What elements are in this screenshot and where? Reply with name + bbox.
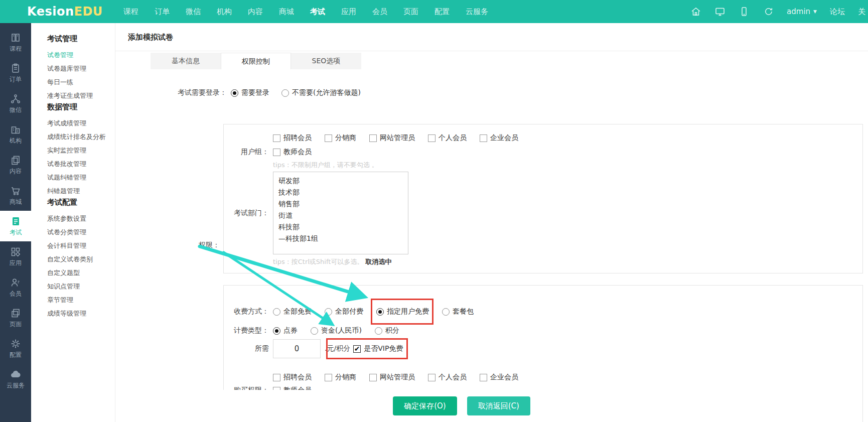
rail-item-config[interactable]: 配置 [0, 333, 31, 364]
rail-item-org[interactable]: 机构 [0, 119, 31, 150]
radio-login-required[interactable]: 需要登录 [231, 88, 269, 97]
topnav-cloud[interactable]: 云服务 [458, 0, 496, 23]
checkbox-icon[interactable] [273, 149, 280, 156]
topnav-content[interactable]: 内容 [240, 0, 271, 23]
checkbox-icon[interactable] [369, 134, 377, 142]
home-icon[interactable] [690, 6, 701, 17]
checkbox-site-admin[interactable]: 网站管理员 [369, 373, 415, 382]
sidebar-item-chapter-mgmt[interactable]: 章节管理 [47, 293, 115, 307]
rail-item-members[interactable]: 会员 [0, 272, 31, 303]
sidebar-item-score-stats[interactable]: 成绩统计排名及分析 [47, 130, 115, 144]
sidebar-item-daily-practice[interactable]: 每日一练 [47, 75, 115, 89]
radio-icon[interactable] [273, 327, 280, 335]
radio-login-not-required[interactable]: 不需要(允许游客做题) [281, 88, 361, 97]
checkbox-enterprise-member[interactable]: 企业会员 [480, 373, 518, 382]
checkbox-site-admin[interactable]: 网站管理员 [369, 133, 415, 143]
rail-item-wechat[interactable]: 微信 [0, 88, 31, 119]
radio-cash-rmb[interactable]: 资金(人民币) [311, 326, 362, 335]
topnav-pages[interactable]: 页面 [395, 0, 426, 23]
radio-points[interactable]: 积分 [375, 326, 399, 335]
checkbox-icon[interactable] [325, 134, 332, 142]
sidebar-item-paper-grading[interactable]: 试卷批改管理 [47, 157, 115, 171]
checkbox-icon[interactable] [353, 345, 361, 353]
select-option[interactable]: 研发部 [278, 175, 403, 187]
select-option[interactable]: —科技部1组 [278, 233, 403, 244]
tab-seo-options[interactable]: SEO选项 [291, 53, 361, 69]
topnav-courses[interactable]: 课程 [115, 0, 147, 23]
monitor-icon[interactable] [714, 6, 726, 17]
checkbox-icon[interactable] [325, 374, 332, 381]
radio-icon[interactable] [281, 89, 289, 97]
sidebar-item-grade-level-mgmt[interactable]: 成绩等级管理 [47, 307, 115, 320]
radio-icon[interactable] [325, 308, 332, 316]
checkbox-icon[interactable] [480, 134, 487, 142]
checkbox-enterprise-member[interactable]: 企业会员 [480, 133, 518, 143]
deselect-link[interactable]: 取消选中 [365, 258, 391, 265]
rail-item-mall[interactable]: 商城 [0, 180, 31, 211]
checkbox-recruit-member[interactable]: 招聘会员 [273, 373, 312, 382]
forum-link[interactable]: 论坛 [830, 7, 845, 17]
checkbox-personal-member[interactable]: 个人会员 [428, 133, 467, 143]
vip-free-option[interactable]: 是否VIP免费 [353, 344, 403, 353]
topnav-mall[interactable]: 商城 [271, 0, 302, 23]
sidebar-item-accounting-subject[interactable]: 会计科目管理 [47, 239, 115, 252]
sidebar-item-corrected-questions[interactable]: 纠错题管理 [47, 184, 115, 198]
topnav-orders[interactable]: 订单 [147, 0, 178, 23]
clipped-right-link[interactable]: 关 [858, 7, 868, 17]
rail-item-pages[interactable]: 页面 [0, 303, 31, 333]
topnav-apps[interactable]: 应用 [333, 0, 364, 23]
tab-permission-control[interactable]: 权限控制 [221, 53, 291, 69]
checkbox-personal-member[interactable]: 个人会员 [428, 373, 467, 382]
rail-item-cloud[interactable]: 云服务 [0, 364, 31, 394]
select-option[interactable]: 技术部 [278, 187, 403, 198]
checkbox-icon[interactable] [369, 374, 377, 381]
checkbox-distributor[interactable]: 分销商 [325, 373, 356, 382]
rail-item-apps[interactable]: 应用 [0, 241, 31, 272]
checkbox-recruit-member[interactable]: 招聘会员 [273, 133, 312, 143]
sidebar-item-admission-ticket[interactable]: 准考证生成管理 [47, 89, 115, 102]
sidebar-item-custom-paper-type[interactable]: 自定义试卷类别 [47, 252, 115, 266]
confirm-save-button[interactable]: 确定保存(O) [393, 396, 457, 415]
checkbox-icon[interactable] [273, 374, 280, 381]
sidebar-item-knowledge-points[interactable]: 知识点管理 [47, 279, 115, 293]
select-option[interactable]: 销售部 [278, 198, 403, 210]
mobile-icon[interactable] [739, 6, 750, 17]
sidebar-item-score-mgmt[interactable]: 考试成绩管理 [47, 116, 115, 130]
checkbox-icon[interactable] [273, 134, 280, 142]
radio-icon[interactable] [376, 308, 384, 316]
radio-icon[interactable] [442, 308, 450, 316]
radio-icon[interactable] [375, 327, 382, 335]
radio-package[interactable]: 套餐包 [442, 307, 474, 316]
checkbox-distributor[interactable]: 分销商 [325, 133, 356, 143]
radio-free-for-specified-users[interactable]: 指定用户免费 [376, 307, 429, 316]
rail-item-exam[interactable]: 考试 [0, 211, 31, 241]
admin-user-menu[interactable]: admin ▼ [787, 7, 817, 16]
sidebar-item-paper-mgmt[interactable]: 试卷管理 [47, 48, 115, 62]
rail-item-content[interactable]: 内容 [0, 150, 31, 180]
amount-input[interactable] [273, 339, 321, 358]
select-option[interactable]: 科技部 [278, 221, 403, 233]
exam-department-select[interactable]: 研发部 技术部 销售部 街道 科技部 —科技部1组 [273, 172, 408, 254]
select-option[interactable]: 街道 [278, 210, 403, 221]
sidebar-item-custom-question-type[interactable]: 自定义题型 [47, 266, 115, 279]
topnav-members[interactable]: 会员 [364, 0, 395, 23]
radio-icon[interactable] [311, 327, 318, 335]
checkbox-icon[interactable] [428, 374, 436, 381]
radio-icon[interactable] [273, 308, 280, 316]
checkbox-icon[interactable] [428, 134, 436, 142]
sidebar-item-system-params[interactable]: 系统参数设置 [47, 212, 115, 225]
radio-icon[interactable] [231, 89, 238, 97]
tab-basic-info[interactable]: 基本信息 [151, 53, 221, 69]
topnav-wechat[interactable]: 微信 [178, 0, 209, 23]
sidebar-item-paper-category[interactable]: 试卷分类管理 [47, 225, 115, 239]
topnav-settings[interactable]: 配置 [426, 0, 458, 23]
sidebar-item-realtime-monitor[interactable]: 实时监控管理 [47, 144, 115, 157]
topnav-org[interactable]: 机构 [209, 0, 240, 23]
radio-all-paid[interactable]: 全部付费 [325, 307, 363, 316]
topnav-exam[interactable]: 考试 [302, 0, 333, 23]
radio-point-coupon[interactable]: 点券 [273, 326, 298, 335]
refresh-icon[interactable] [763, 6, 774, 17]
checkbox-teacher-member[interactable]: 教师会员 [273, 148, 312, 157]
rail-item-orders[interactable]: 订单 [0, 58, 31, 88]
sidebar-item-question-bank[interactable]: 试卷题库管理 [47, 62, 115, 75]
